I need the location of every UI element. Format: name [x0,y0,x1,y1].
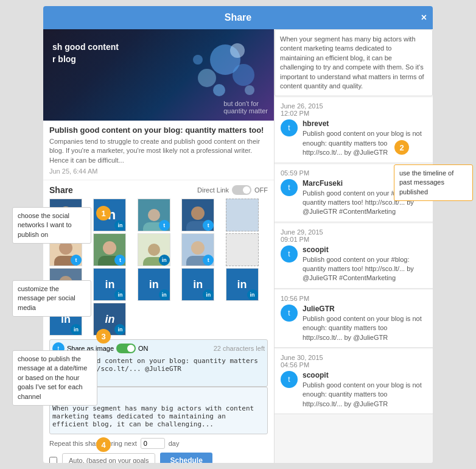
timeline-avatar-3: t [281,305,298,322]
on-label: ON [138,345,149,352]
repeat-row: Repeat this share during next day [49,438,268,449]
badge-2: 2 [394,140,409,155]
timeline-item-3: 10:56 PM t JulieGTR Publish good content… [275,290,433,348]
badge-1: 1 [96,206,111,220]
avatar-cell-8[interactable]: in [138,233,170,266]
avatar-cell-3[interactable]: t [138,199,170,231]
annotation-1: choose the social networks I want to pub… [12,207,91,244]
repeat-label: Repeat this share during next [49,440,137,447]
char-count: 22 characters left [214,345,265,352]
top-card-text: When your segment has many big actors wi… [280,35,427,91]
modal-header: Share × [43,6,433,29]
linkedin-message-input[interactable] [52,404,265,429]
schedule-row: Auto. (based on your goals Schedule [49,453,268,463]
svg-point-4 [230,43,245,58]
timeline-list: June 26, 2015 12:02 PM t hbrevet Publish… [275,97,433,414]
timeline-author-2: scoopit [303,245,427,254]
timeline-content-4: t scoopit Publish good content on your b… [281,371,427,409]
image-line1: sh good content [52,41,119,54]
timeline-text-block-4: scoopit Publish good content on your blo… [303,371,427,409]
timeline-item-4: June 30, 2015 04:56 PM t scoopit Publish… [275,349,433,414]
close-button[interactable]: × [421,12,427,23]
annotation-4: choose to publish the message at a date/… [12,350,97,406]
share-header: Share Direct Link OFF [49,185,268,195]
avatar-cell-4[interactable]: t [181,199,214,231]
timeline-author-3: JulieGTR [303,305,427,313]
article-description: Companies tend to struggle to create and… [43,137,274,165]
avatar-cell-13[interactable]: in in [138,268,170,301]
timeline-item-2: June 29, 2015 09:01 PM t scoopit Publish… [275,224,433,289]
modal-body: sh good content r blog but don [43,29,433,463]
bubbles-decoration [189,35,262,108]
badge-3: 3 [96,329,111,344]
avatar-spacer3 [226,303,259,336]
linkedin-badge-13: in [159,289,170,300]
linkedin-badge-15: in [247,289,258,300]
timeline-content-2: t scoopit Publish good content on your #… [281,245,427,283]
article-date: Jun 25, 6:44 AM [43,165,274,180]
timeline-text-block-3: JulieGTR Publish good content on your bl… [303,305,427,342]
image-bottom-text: but don't for quantity matter [223,100,268,115]
top-content-card: When your segment has many big actors wi… [275,29,433,96]
timeline-text-block-0: hbrevet Publish good content on your blo… [303,119,427,157]
repeat-unit: day [169,440,180,447]
avatar-cell-7[interactable]: t [93,233,126,266]
timeline-item-0: June 26, 2015 12:02 PM t hbrevet Publish… [275,97,433,163]
timeline-avatar-1: t [281,179,298,196]
article-image: sh good content r blog but don [43,29,274,121]
timeline-date-0: June 26, 2015 12:02 PM [281,102,427,117]
timeline-text-block-2: scoopit Publish good content on your #bl… [303,245,427,283]
avatar-cell-5[interactable] [226,199,259,231]
direct-link-label: Direct Link [197,186,229,194]
share-modal: Share × sh good content r blog [43,6,433,463]
schedule-button[interactable]: Schedule [160,453,212,463]
badge-4: 4 [96,437,111,452]
twitter-badge-3: t [159,220,170,231]
timeline-text-4: Publish good content on your blog is not… [303,381,427,409]
timeline-date-3: 10:56 PM [281,295,427,302]
share-label: Share [49,185,73,195]
timeline-date-4: June 30, 2015 04:56 PM [281,354,427,368]
annotation-2: use the timeline of past messages publis… [394,164,473,201]
auto-checkbox[interactable] [49,457,57,463]
timeline-date-2: June 29, 2015 09:01 PM [281,228,427,243]
linkedin-badge-8: in [159,255,170,266]
svg-point-6 [245,85,254,95]
timeline-content-3: t JulieGTR Publish good content on your … [281,305,427,342]
modal-overlay: Share × sh good content r blog [0,0,476,469]
auto-button[interactable]: Auto. (based on your goals [62,453,155,463]
annotation-3: customize the message per social media [12,280,91,317]
avatar-cell-15[interactable]: in in [226,268,259,301]
avatar-spacer2 [181,303,214,336]
avatar-cell-10[interactable] [226,233,259,266]
timeline-avatar-4: t [281,371,298,388]
svg-point-1 [198,69,216,87]
timeline-author-4: scoopit [303,371,427,379]
avatar-cell-12[interactable]: in in [93,268,126,301]
modal-title: Share [225,12,251,23]
direct-link-toggle[interactable]: Direct Link OFF [197,185,268,195]
timeline-text-3: Publish good content on your blog is not… [303,314,427,342]
timeline-author-0: hbrevet [303,119,427,128]
timeline-text-2: Publish good content on your #blog: quan… [303,255,427,283]
timeline-avatar-2: t [281,245,298,263]
toggle-off-icon[interactable] [232,185,251,195]
image-line2: r blog [52,54,119,66]
timeline-avatar-0: t [281,119,298,136]
off-label: OFF [254,186,268,194]
article-title: Publish good content on your blog: quant… [43,121,274,137]
avatar-cell-9[interactable]: t [181,233,214,266]
article-image-text: sh good content r blog [52,41,119,65]
svg-point-3 [213,84,225,96]
svg-point-2 [233,64,254,86]
avatar-cell-14[interactable]: in in [181,268,214,301]
toggle-on-icon[interactable] [116,344,136,353]
repeat-input[interactable] [141,438,165,449]
right-panel: When your segment has many big actors wi… [275,29,433,463]
avatar-spacer [138,303,170,336]
svg-point-5 [193,55,203,65]
